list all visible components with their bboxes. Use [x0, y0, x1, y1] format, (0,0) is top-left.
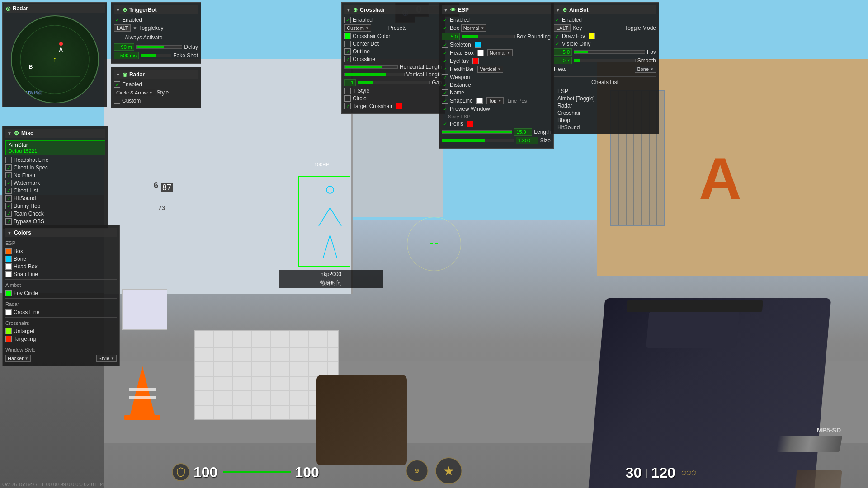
radar-widget-title: Radar	[129, 71, 145, 78]
esp-weapon-checkbox[interactable]	[442, 74, 448, 80]
crosshair-outline-checkbox[interactable]	[344, 48, 351, 55]
aimbot-collapse-arrow[interactable]: ▼	[556, 8, 560, 13]
crosshair-crossline-checkbox[interactable]	[344, 56, 351, 62]
triggerbot-always-checkbox[interactable]	[114, 33, 123, 42]
esp-healthbar-checkbox[interactable]	[442, 66, 448, 72]
esp-length-value[interactable]: 15.0	[514, 128, 532, 136]
aimbot-smooth-value[interactable]: 0.7	[554, 57, 572, 64]
colors-aimbot-section: Aimbot	[5, 282, 117, 289]
colors-collapse-arrow[interactable]: ▼	[7, 230, 12, 235]
triggerbot-collapse-arrow[interactable]: ▼	[116, 8, 120, 13]
no-flash-checkbox[interactable]	[5, 172, 12, 178]
colors-esp-section: ESP	[5, 239, 117, 247]
esp-skeleton-checkbox[interactable]	[442, 42, 448, 48]
crosshair-circle-checkbox[interactable]	[344, 95, 351, 102]
crosshair-custom-dropdown[interactable]: Custom	[344, 24, 371, 32]
esp-headbox-checkbox[interactable]	[442, 50, 448, 56]
bunny-hop-checkbox[interactable]	[5, 203, 12, 209]
colors-snapline-swatch[interactable]	[5, 271, 12, 277]
cheat-list-bhop[interactable]: Bhop	[554, 117, 656, 124]
crosshair-target-color-swatch[interactable]	[396, 103, 402, 109]
triggerbot-key-badge[interactable]: LALT	[114, 24, 131, 32]
crosshair-gap-value[interactable]: 1	[344, 79, 356, 86]
crosshair-centerdot-checkbox[interactable]	[344, 41, 351, 47]
esp-eyeray-checkbox[interactable]	[442, 58, 448, 64]
esp-headbox-style-dropdown[interactable]: Normal	[487, 49, 513, 56]
esp-preview-checkbox[interactable]	[442, 106, 448, 112]
aimbot-fov-slider[interactable]	[574, 50, 645, 54]
crosshair-horizontal-slider[interactable]	[344, 65, 398, 69]
aimbot-fov-value[interactable]: 5.0	[554, 48, 572, 56]
colors-box-swatch[interactable]	[5, 248, 12, 254]
radar-widget-style-dropdown[interactable]: Circle & Arrow	[114, 89, 155, 96]
crosshair-tstyle-checkbox[interactable]	[344, 88, 351, 94]
aimbot-smooth-slider[interactable]	[574, 59, 636, 62]
headshot-line-checkbox[interactable]	[5, 157, 12, 163]
crosshair-target-checkbox[interactable]	[344, 103, 351, 109]
triggerbot-fakeshot-value[interactable]: 500 ms	[114, 52, 139, 59]
esp-penis-color-swatch[interactable]	[467, 121, 473, 127]
cheat-list-hitsound[interactable]: HitSound	[554, 124, 656, 131]
aimbot-bone-dropdown[interactable]: Bone	[635, 66, 656, 73]
misc-collapse-arrow[interactable]: ▼	[7, 131, 12, 136]
esp-size-value[interactable]: 1.300	[516, 137, 538, 144]
triggerbot-enabled-checkbox[interactable]	[114, 17, 120, 23]
esp-enabled-checkbox[interactable]	[442, 17, 448, 23]
cheat-list-checkbox[interactable]	[5, 188, 12, 194]
triggerbot-delay-value[interactable]: 90 m	[114, 43, 134, 51]
esp-healthbar-style-dropdown[interactable]: Vertical	[477, 66, 503, 73]
watermark-checkbox[interactable]	[5, 180, 12, 186]
crosshair-vertical-slider[interactable]	[344, 73, 405, 76]
aimbot-visibleonly-checkbox[interactable]	[554, 41, 560, 47]
esp-snappos-dropdown[interactable]: Top	[486, 97, 504, 104]
crosshair-gap-slider[interactable]	[358, 81, 430, 84]
hitsound-checkbox[interactable]	[5, 195, 12, 202]
esp-skeleton-color-swatch[interactable]	[475, 42, 481, 48]
svg-line-4	[323, 235, 330, 258]
triggerbot-title: TriggerBot	[129, 7, 157, 13]
radar-widget-enabled-checkbox[interactable]	[114, 81, 120, 88]
cheat-in-spec-checkbox[interactable]	[5, 164, 12, 171]
crosshair-enabled-checkbox[interactable]	[344, 17, 351, 23]
esp-box-style-dropdown[interactable]: Normal	[461, 24, 486, 32]
esp-box-rounding-slider[interactable]	[462, 35, 515, 38]
radar-widget-collapse[interactable]: ▼	[116, 72, 120, 77]
esp-penis-checkbox[interactable]	[442, 121, 448, 127]
aimbot-drawfov-color-swatch[interactable]	[589, 33, 595, 39]
esp-snapline-checkbox[interactable]	[442, 98, 448, 104]
esp-headbox-color-swatch[interactable]	[477, 50, 484, 56]
triggerbot-delay-slider[interactable]	[136, 45, 182, 49]
colors-style-dropdown[interactable]: Style	[96, 355, 117, 362]
cheat-list-esp[interactable]: ESP	[554, 88, 656, 95]
colors-fovcircle-swatch[interactable]	[5, 290, 12, 296]
crosshair-collapse-arrow[interactable]: ▼	[346, 8, 351, 13]
bypass-obs-checkbox[interactable]	[5, 218, 12, 225]
colors-hacker-dropdown[interactable]: Hacker	[5, 355, 31, 362]
esp-eyeray-color-swatch[interactable]	[472, 58, 479, 64]
colors-crossline-swatch[interactable]	[5, 309, 12, 315]
cheat-list-crosshair[interactable]: Crosshair	[554, 109, 656, 117]
colors-targeting-swatch[interactable]	[5, 336, 12, 342]
esp-collapse-arrow[interactable]: ▼	[443, 8, 448, 13]
esp-name-checkbox[interactable]	[442, 89, 448, 96]
cheat-list-aimbot[interactable]: Aimbot [Toggle]	[554, 95, 656, 102]
gun-barrel	[627, 300, 763, 312]
esp-snapline-color-swatch[interactable]	[476, 98, 483, 104]
crosshair-vertical-fill	[345, 73, 386, 76]
radar-widget-header: ▼ ◉ Radar	[114, 70, 198, 79]
colors-untarget-swatch[interactable]	[5, 328, 12, 334]
aimbot-enabled-checkbox[interactable]	[554, 17, 560, 23]
aimbot-drawfov-checkbox[interactable]	[554, 33, 560, 39]
triggerbot-fakeshot-slider[interactable]	[141, 54, 171, 57]
cheat-list-radar[interactable]: Radar	[554, 102, 656, 109]
esp-distance-checkbox[interactable]	[442, 82, 448, 88]
aimbot-key-badge[interactable]: LALT	[554, 24, 571, 32]
esp-box-checkbox[interactable]	[442, 25, 448, 31]
colors-headbox-swatch[interactable]	[5, 263, 12, 270]
team-check-checkbox[interactable]	[5, 211, 12, 217]
crosshair-color-swatch[interactable]	[344, 33, 351, 39]
crosshair-centerdot-label: Center Dot	[353, 41, 379, 47]
radar-widget-custom-checkbox[interactable]	[114, 98, 120, 104]
colors-bone-swatch[interactable]	[5, 256, 12, 262]
esp-box-rounding-value[interactable]: 5.0	[442, 33, 460, 40]
